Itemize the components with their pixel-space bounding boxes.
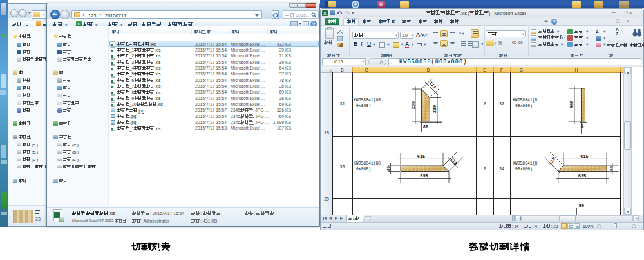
svg-text:80: 80: [580, 123, 585, 128]
svg-text:695: 695: [420, 174, 428, 179]
svg-text:80: 80: [386, 166, 391, 172]
svg-text:695: 695: [578, 174, 587, 179]
svg-text:80: 80: [423, 125, 428, 130]
svg-text:113: 113: [450, 156, 459, 166]
svg-text:50: 50: [579, 203, 584, 208]
svg-text:615: 615: [580, 154, 589, 159]
svg-text:800: 800: [569, 101, 574, 109]
svg-text:80: 80: [609, 166, 614, 172]
svg-text:113: 113: [547, 156, 556, 166]
svg-text:615: 615: [417, 154, 426, 159]
svg-text:113: 113: [428, 80, 437, 90]
svg-text:290: 290: [411, 101, 416, 110]
svg-text:210: 210: [432, 105, 437, 114]
